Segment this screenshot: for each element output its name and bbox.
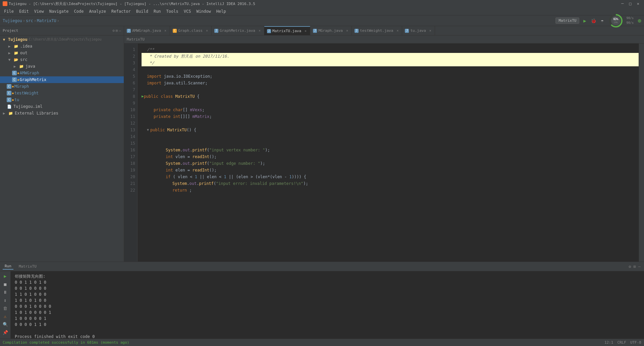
status-right: 12:1 CRLF UTF-8 xyxy=(604,340,641,345)
tab-close-graphmetrix[interactable]: × xyxy=(258,28,261,33)
run-play-button[interactable]: ▶ xyxy=(2,273,9,279)
editor-breadcrumb-label[interactable]: MatrixTU xyxy=(127,37,145,42)
class-icon-mgraph: C xyxy=(7,84,11,89)
tab-testweight[interactable]: J testWeight.java × xyxy=(352,26,402,36)
menu-item-code[interactable]: Code xyxy=(71,8,87,14)
tree-item-src[interactable]: ▼ 📂 src xyxy=(0,56,124,63)
perf-stats: 90/s 90/s xyxy=(626,16,634,25)
tree-label-tu: tu xyxy=(14,97,19,102)
tab-close-testweight[interactable]: × xyxy=(396,28,399,33)
perf-stat-2: 90/s xyxy=(626,21,634,25)
window-controls[interactable]: ─ □ ✕ xyxy=(619,1,641,6)
run-panel-expand[interactable]: ⊞ xyxy=(633,264,637,270)
breadcrumb-arrow-2: › xyxy=(34,18,36,23)
run-panel-settings[interactable]: ⚙ xyxy=(628,264,632,270)
tab-close-tu[interactable]: × xyxy=(429,28,432,33)
code-line-3: */ xyxy=(142,60,639,66)
svg-text:63%: 63% xyxy=(613,18,619,21)
minimize-button[interactable]: ─ xyxy=(619,1,626,6)
sidebar-icon-1[interactable]: ⚙ xyxy=(112,28,115,33)
close-button[interactable]: ✕ xyxy=(635,1,641,6)
tab-close-amwgraph[interactable]: × xyxy=(164,28,167,33)
file-icon-iml: 📄 xyxy=(7,104,12,109)
run-pause-button[interactable]: ⏸ xyxy=(2,289,9,295)
fn-matrixtu: MatrixTU xyxy=(167,127,187,133)
fn-readint2: readInt xyxy=(192,167,209,174)
tab-close-mgraph[interactable]: × xyxy=(345,28,349,33)
tree-item-tu[interactable]: C ● tu xyxy=(0,96,124,103)
toolbar: Tujiegou › src › MatrixTU › MatrixTU ▶ 🐞… xyxy=(0,15,644,26)
tab-amwgraph[interactable]: J AMWGraph.java × xyxy=(124,26,170,36)
tab-close-graphclass[interactable]: × xyxy=(205,28,209,33)
run-clear-button[interactable]: 🗑 xyxy=(2,305,9,312)
run-warn-button[interactable]: ⚠ xyxy=(2,313,9,320)
fold-button-13[interactable]: ▼ xyxy=(147,127,149,133)
code-content[interactable]: /** * Created by 邢天岳 on 2017/11/16. */ xyxy=(138,44,639,262)
menu-item-view[interactable]: View xyxy=(32,8,47,14)
run-panel-minimize[interactable]: — xyxy=(638,264,641,270)
breadcrumb-project[interactable]: Tujiegou xyxy=(3,18,22,23)
menu-item-window[interactable]: Window xyxy=(194,8,213,14)
breadcrumb-src[interactable]: src xyxy=(26,18,33,23)
status-position[interactable]: 12:1 xyxy=(604,340,613,345)
title-bar: Tujiegou - [C:\Users\邢天岳\IdeaProjects\Tu… xyxy=(0,0,644,7)
status-line-ending[interactable]: CRLF xyxy=(617,340,626,345)
coverage-button[interactable]: ☂ xyxy=(599,17,605,24)
menu-item-file[interactable]: File xyxy=(1,8,16,14)
tab-tu[interactable]: J tu.java × xyxy=(402,26,435,36)
menu-item-edit[interactable]: Edit xyxy=(16,8,32,14)
maximize-button[interactable]: □ xyxy=(627,1,634,6)
code-line-5: import java.io.IOException; xyxy=(142,73,639,80)
dot-mgraph: ● xyxy=(12,85,14,88)
sidebar-icon-2[interactable]: ⊞ xyxy=(116,28,118,33)
tab-icon-amwgraph: J xyxy=(127,29,131,33)
tree-item-iml[interactable]: 📄 Tujiegou.iml xyxy=(0,103,124,110)
output-line-1: 邻接矩阵无向图: xyxy=(15,273,640,279)
tree-item-root[interactable]: ▼ Tujiegou C:\Users\邢天岳\IdeaProjects\Tuj… xyxy=(0,36,124,43)
run-tab-run[interactable]: Run xyxy=(3,263,13,270)
tree-item-idea[interactable]: ▶ 📁 .idea xyxy=(0,43,124,50)
menu-item-build[interactable]: Build xyxy=(133,8,151,14)
run-scroll-button[interactable]: ↕ xyxy=(2,297,9,303)
tab-matrixtu[interactable]: J MatrixTU.java × xyxy=(264,26,310,36)
tab-close-matrixtu[interactable]: × xyxy=(304,29,307,33)
add-config-button[interactable]: ⊕ xyxy=(638,17,641,24)
class-icon-testweight: C xyxy=(7,91,11,95)
menu-item-analyze[interactable]: Analyze xyxy=(86,8,109,14)
code-line-7 xyxy=(142,86,639,93)
status-encoding[interactable]: UTF-8 xyxy=(630,340,641,345)
sidebar-icon-3[interactable]: — xyxy=(119,28,121,33)
breadcrumb-class[interactable]: MatrixTU xyxy=(37,18,56,23)
tree-item-mgraph[interactable]: C ● MGraph xyxy=(0,83,124,90)
field-mvexs: mVexs xyxy=(190,107,202,113)
debug-button[interactable]: 🐞 xyxy=(590,17,597,24)
class-icon-amwgraph: C xyxy=(12,71,17,75)
tab-graphclass[interactable]: C Graph.class × xyxy=(170,26,212,36)
menu-item-help[interactable]: Help xyxy=(214,8,229,14)
tree-item-out[interactable]: ▶ 📁 out xyxy=(0,50,124,56)
menu-item-refactor[interactable]: Refactor xyxy=(109,8,133,14)
menu-item-navigate[interactable]: Navigate xyxy=(47,8,71,14)
dot-graphmetrix: ● xyxy=(17,78,19,81)
tab-mgraph[interactable]: J MGraph.java × xyxy=(310,26,352,36)
code-editor[interactable]: 12345 678910 1112131415 1617181920 2122 … xyxy=(124,44,644,262)
menu-item-run[interactable]: Run xyxy=(151,8,164,14)
run-gutter-arrow[interactable]: ▶ xyxy=(142,93,144,100)
run-stop-button[interactable]: ■ xyxy=(2,281,9,287)
run-button[interactable]: ▶ xyxy=(581,17,588,24)
tree-item-extlibs[interactable]: ▶ 📁 External Libraries xyxy=(0,110,124,117)
tree-item-java[interactable]: ▶ 📁 java xyxy=(0,63,124,70)
menu-item-tools[interactable]: Tools xyxy=(164,8,181,14)
str-input-vertex: "input vertex number: " xyxy=(209,147,265,153)
menu-item-vcs[interactable]: VCS xyxy=(181,8,194,14)
run-config-name[interactable]: MatrixTU xyxy=(555,17,579,24)
tree-item-testweight[interactable]: C ● testWeight xyxy=(0,90,124,96)
code-line-17: int vlen = readInt(); xyxy=(142,153,639,160)
tree-item-graphmetrix[interactable]: C ● GraphMetrix xyxy=(0,76,124,83)
num-1: 1 xyxy=(195,174,197,180)
tree-item-amwgraph[interactable]: C ● AMWGraph xyxy=(0,70,124,76)
tree-label-src: src xyxy=(20,57,28,62)
run-filter-button[interactable]: 🔍 xyxy=(2,321,9,328)
run-pin-button[interactable]: 📌 xyxy=(2,329,9,336)
tab-graphmetrix[interactable]: J GraphMetrix.java × xyxy=(212,26,264,36)
